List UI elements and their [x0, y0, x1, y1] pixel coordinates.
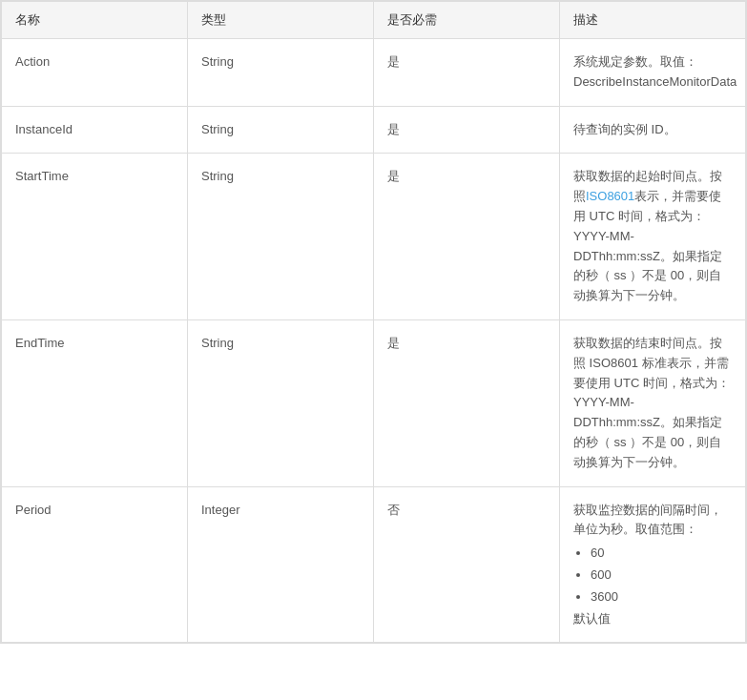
desc-text-after: 默认值	[573, 611, 611, 626]
param-description: 获取数据的起始时间点。按照ISO8601表示，并需要使用 UTC 时间，格式为：…	[560, 154, 746, 320]
desc-text: 获取数据的结束时间点。按照 ISO8601 标准表示，并需要使用 UTC 时间，…	[573, 336, 730, 469]
param-type: String	[188, 106, 374, 154]
table-row: StartTime String 是 获取数据的起始时间点。按照ISO8601表…	[2, 154, 746, 320]
desc-text-after: 表示，并需要使用 UTC 时间，格式为：YYYY-MM-DDThh:mm:ssZ…	[573, 189, 722, 302]
desc-text-before: 获取监控数据的间隔时间，单位为秒。取值范围：	[573, 503, 722, 537]
table-row: Action String 是 系统规定参数。取值：DescribeInstan…	[2, 39, 746, 107]
param-type: Integer	[188, 486, 374, 643]
table-header-row: 名称 类型 是否必需 描述	[2, 2, 746, 39]
header-description: 描述	[560, 2, 746, 39]
iso8601-link[interactable]: ISO8601	[586, 189, 634, 203]
param-description: 待查询的实例 ID。	[560, 106, 746, 154]
param-name: Period	[2, 486, 188, 643]
desc-text: 系统规定参数。取值：DescribeInstanceMonitorData	[573, 54, 737, 89]
param-type: String	[188, 154, 374, 320]
param-description: 系统规定参数。取值：DescribeInstanceMonitorData	[560, 39, 746, 107]
list-item: 3600	[591, 587, 732, 607]
param-required: 是	[374, 319, 560, 486]
param-required: 否	[374, 486, 560, 643]
param-name: Action	[2, 39, 188, 107]
desc-text: 待查询的实例 ID。	[573, 122, 676, 136]
param-required: 是	[374, 106, 560, 154]
param-required: 是	[374, 39, 560, 107]
param-name: InstanceId	[2, 106, 188, 154]
table-row: EndTime String 是 获取数据的结束时间点。按照 ISO8601 标…	[2, 319, 746, 486]
period-values-list: 60 600 3600	[573, 544, 732, 607]
list-item: 600	[591, 566, 732, 586]
param-description: 获取数据的结束时间点。按照 ISO8601 标准表示，并需要使用 UTC 时间，…	[560, 319, 746, 486]
api-params-table: 名称 类型 是否必需 描述 Action String 是 系统规定参数。取值：…	[0, 0, 747, 644]
list-item: 60	[591, 544, 732, 564]
header-required: 是否必需	[374, 2, 560, 39]
header-type: 类型	[188, 2, 374, 39]
table-row: InstanceId String 是 待查询的实例 ID。	[2, 106, 746, 154]
param-description: 获取监控数据的间隔时间，单位为秒。取值范围： 60 600 3600 默认值	[560, 486, 746, 643]
table-row: Period Integer 否 获取监控数据的间隔时间，单位为秒。取值范围： …	[2, 486, 746, 643]
param-type: String	[188, 39, 374, 107]
header-name: 名称	[2, 2, 188, 39]
param-name: EndTime	[2, 319, 188, 486]
param-name: StartTime	[2, 154, 188, 320]
param-required: 是	[374, 154, 560, 320]
param-type: String	[188, 319, 374, 486]
